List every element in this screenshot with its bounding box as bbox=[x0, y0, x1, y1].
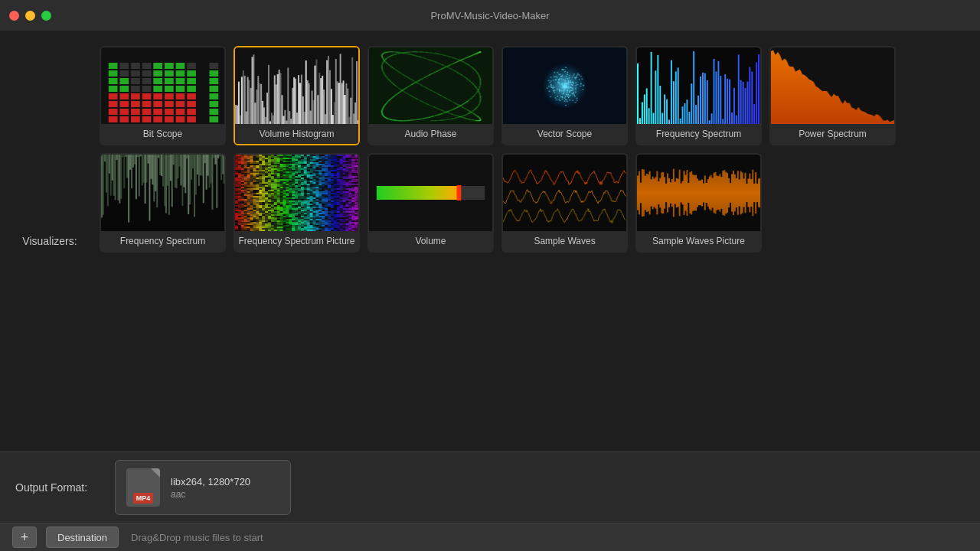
viz-thumb-power-spectrum bbox=[771, 47, 894, 124]
viz-label-sample-waves: Sample Waves bbox=[503, 231, 626, 251]
viz-card-frequency-spectrum-picture[interactable]: Frequency Spectrum Picture bbox=[234, 153, 360, 253]
viz-thumb-bit-scope bbox=[101, 47, 224, 124]
visualizers-section-label: Visualizers: bbox=[0, 31, 100, 452]
viz-label-bit-scope: Bit Scope bbox=[101, 124, 224, 144]
viz-card-sample-waves-picture[interactable]: Sample Waves Picture bbox=[635, 153, 762, 253]
viz-thumb-vector-scope bbox=[503, 47, 626, 124]
window-controls bbox=[9, 11, 51, 21]
maximize-button[interactable] bbox=[41, 11, 51, 21]
viz-thumb-volume bbox=[369, 155, 492, 231]
viz-thumb-frequency-spectrum-2 bbox=[101, 155, 224, 231]
add-button[interactable]: + bbox=[12, 527, 37, 548]
viz-card-frequency-spectrum-1[interactable]: Frequency Spectrum bbox=[635, 46, 762, 145]
viz-thumb-audio-phase bbox=[369, 47, 492, 124]
app-title: ProMV-Music-Video-Maker bbox=[430, 10, 549, 21]
titlebar: ProMV-Music-Video-Maker bbox=[0, 0, 980, 31]
viz-card-bit-scope[interactable]: Bit Scope bbox=[100, 46, 226, 145]
mp4-badge: MP4 bbox=[133, 493, 154, 504]
viz-card-volume[interactable]: Volume bbox=[368, 153, 494, 253]
visualizers-grid: Bit Scope Volume Histogram Audio Phase bbox=[100, 31, 980, 452]
viz-label-volume: Volume bbox=[369, 231, 492, 251]
viz-label-sample-waves-picture: Sample Waves Picture bbox=[637, 231, 760, 251]
viz-card-frequency-spectrum-2[interactable]: Frequency Spectrum bbox=[100, 153, 226, 253]
format-line: libx264, 980*551 bbox=[171, 476, 250, 487]
visualizers-row-1: Bit Scope Volume Histogram Audio Phase bbox=[100, 46, 965, 145]
action-row: + Destination Drag&Drop music files to s… bbox=[0, 523, 980, 551]
viz-thumb-sample-waves-picture bbox=[637, 155, 760, 231]
mp4-icon: MP4 bbox=[126, 468, 160, 507]
main-content: Visualizers: Bit Scope Volume Histogram bbox=[0, 31, 980, 452]
drop-hint: Drag&Drop music files to start bbox=[131, 532, 263, 543]
output-info: libx264, 980*551 aac bbox=[171, 476, 250, 500]
minimize-button[interactable] bbox=[25, 11, 35, 21]
destination-button[interactable]: Destination bbox=[46, 527, 119, 548]
close-button[interactable] bbox=[9, 11, 19, 21]
visualizers-row-2: Frequency Spectrum Frequency Spectrum Pi… bbox=[100, 153, 965, 253]
viz-thumb-frequency-spectrum-1 bbox=[637, 47, 760, 124]
viz-label-frequency-spectrum-1: Frequency Spectrum bbox=[637, 124, 760, 144]
viz-thumb-sample-waves bbox=[503, 155, 626, 231]
output-format-box[interactable]: MP4 libx264, 980*551 aac bbox=[115, 460, 291, 515]
viz-label-volume-histogram: Volume Histogram bbox=[235, 124, 358, 144]
viz-label-audio-phase: Audio Phase bbox=[369, 124, 492, 144]
viz-label-frequency-spectrum-2: Frequency Spectrum bbox=[101, 231, 224, 251]
viz-thumb-volume-histogram bbox=[235, 47, 358, 124]
viz-card-vector-scope[interactable]: Vector Scope bbox=[501, 46, 628, 145]
bottom-bar: Output Format: MP4 libx264, 980*551 aac… bbox=[0, 452, 980, 551]
viz-label-vector-scope: Vector Scope bbox=[503, 124, 626, 144]
viz-label-power-spectrum: Power Spectrum bbox=[771, 124, 894, 144]
output-format-label: Output Format: bbox=[15, 481, 100, 494]
viz-thumb-frequency-spectrum-picture bbox=[235, 155, 358, 231]
viz-card-power-spectrum[interactable]: Power Spectrum bbox=[769, 46, 896, 145]
codec-line: aac bbox=[171, 489, 250, 500]
output-format-row: Output Format: MP4 libx264, 980*551 aac bbox=[0, 452, 980, 523]
viz-card-audio-phase[interactable]: Audio Phase bbox=[368, 46, 494, 145]
viz-label-frequency-spectrum-picture: Frequency Spectrum Picture bbox=[235, 231, 358, 251]
viz-card-sample-waves[interactable]: Sample Waves bbox=[501, 153, 628, 253]
viz-card-volume-histogram[interactable]: Volume Histogram bbox=[234, 46, 360, 145]
